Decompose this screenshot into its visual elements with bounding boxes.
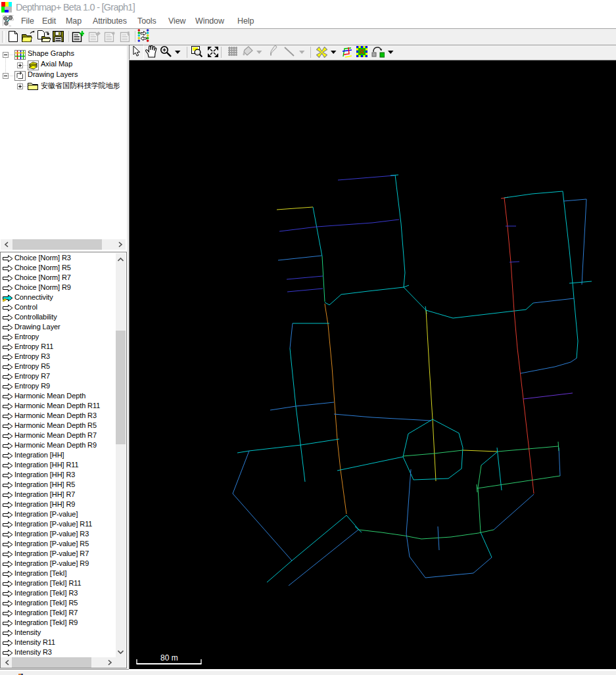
svg-text:80 m: 80 m bbox=[160, 653, 178, 663]
